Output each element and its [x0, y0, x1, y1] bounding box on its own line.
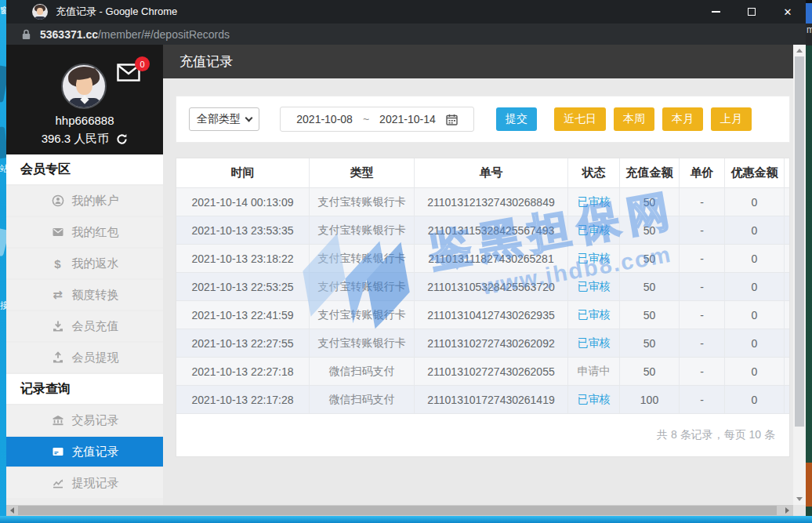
horizontal-scroll-thumb[interactable] — [18, 506, 777, 515]
cell-discount: 0 — [725, 273, 785, 300]
background-window-bottom — [0, 516, 812, 523]
filter-bar: 全部类型 2021-10-08 ~ 2021-10-14 提交 近七日 本周 本… — [176, 96, 790, 143]
date-separator: ~ — [363, 113, 369, 125]
username: hhp666888 — [6, 114, 163, 127]
cell-unit-price: - — [680, 386, 725, 413]
cell-type: 微信扫码支付 — [310, 386, 415, 413]
background-fragment: m — [806, 24, 812, 45]
sidebar-item-withdraw[interactable]: 会员提现 — [6, 343, 163, 372]
cell-order-no: 211013102727430262055 — [415, 358, 568, 385]
cell-order-no: 211013111827430265281 — [415, 245, 568, 272]
address-bar[interactable]: 5363371.cc/member/#/depositRecords — [6, 24, 806, 45]
type-select[interactable]: 全部类型 — [189, 107, 259, 131]
mail-icon[interactable]: 0 — [117, 64, 140, 82]
table-row: 2021-10-13 22:53:25支付宝转账银行卡2110131053284… — [176, 273, 789, 301]
url-path: /member/#/depositRecords — [98, 28, 230, 41]
scroll-down-arrow[interactable] — [796, 497, 803, 501]
table-header-row: 时间 类型 单号 状态 充值金额 单价 优惠金额 — [176, 158, 789, 188]
sidebar-item-quota-transfer[interactable]: ⇄ 额度转换 — [6, 280, 163, 310]
sidebar-item-deposit[interactable]: 会员充值 — [6, 311, 163, 341]
minimize-button[interactable] — [698, 0, 734, 24]
window-title: 充值记录 - Google Chrome — [56, 5, 698, 19]
cell-type: 支付宝转账银行卡 — [310, 216, 415, 244]
cell-type: 支付宝转账银行卡 — [310, 188, 415, 216]
maximize-button[interactable] — [734, 0, 770, 24]
vertical-scrollbar[interactable] — [793, 45, 806, 505]
sidebar-item-red-packet[interactable]: 我的红包 — [6, 217, 163, 247]
cell-unit-price: - — [680, 273, 725, 300]
vertical-scroll-thumb[interactable] — [795, 56, 804, 427]
table-row: 2021-10-13 22:27:18微信扫码支付211013102727430… — [176, 358, 789, 386]
sidebar-item-label: 我的红包 — [72, 225, 119, 240]
quick-range-this-week-button[interactable]: 本周 — [614, 107, 654, 131]
cell-type: 微信扫码支付 — [310, 358, 415, 385]
sidebar-item-label: 额度转换 — [72, 288, 119, 303]
cell-discount: 0 — [725, 216, 785, 244]
cell-order-no: 211013105328425563720 — [415, 273, 568, 300]
sidebar-item-rebate[interactable]: $ 我的返水 — [6, 249, 163, 278]
quick-range-last7days-button[interactable]: 近七日 — [554, 107, 606, 131]
cell-clipped — [785, 188, 789, 216]
cell-clipped — [785, 301, 789, 329]
col-header-clipped — [785, 158, 789, 188]
cell-type: 支付宝转账银行卡 — [310, 273, 415, 300]
envelope-icon — [51, 226, 65, 238]
sidebar-item-label: 会员充值 — [72, 319, 119, 334]
cell-time: 2021-10-13 22:53:25 — [176, 273, 310, 300]
cell-type: 支付宝转账银行卡 — [310, 245, 415, 272]
submit-button[interactable]: 提交 — [496, 107, 537, 131]
main-panel: 充值记录 全部类型 2021-10-08 ~ 2021-10-14 — [163, 45, 793, 516]
close-button[interactable]: ✕ — [770, 0, 806, 24]
background-fragment: 窗 — [0, 5, 6, 16]
page-body: 0 hhp666888 396.3 人民币 会员专区 我的帐户 — [6, 45, 806, 516]
cell-clipped — [785, 386, 789, 413]
avatar[interactable] — [61, 64, 107, 109]
background-fragment — [0, 228, 6, 257]
background-fragment — [0, 126, 6, 158]
sidebar-item-my-account[interactable]: 我的帐户 — [6, 186, 163, 216]
cell-time: 2021-10-13 23:53:35 — [176, 216, 310, 244]
bank-icon — [51, 414, 65, 427]
date-range-input[interactable]: 2021-10-08 ~ 2021-10-14 — [280, 107, 474, 132]
window-controls: ✕ — [698, 0, 806, 24]
sidebar-item-deposit-records[interactable]: 充值记录 — [6, 437, 163, 467]
quick-range-this-month-button[interactable]: 本月 — [662, 107, 703, 131]
scroll-up-arrow[interactable] — [796, 49, 803, 53]
sidebar-item-label: 我的返水 — [72, 256, 119, 271]
refresh-icon[interactable] — [116, 133, 128, 145]
table-row: 2021-10-13 22:27:55支付宝转账银行卡2110131027274… — [176, 329, 789, 358]
table-row: 2021-10-13 22:17:28微信扫码支付211013101727430… — [176, 386, 789, 414]
cell-time: 2021-10-13 22:17:28 — [176, 386, 310, 413]
sidebar-item-label: 我的帐户 — [72, 194, 119, 209]
col-header-amount: 充值金额 — [620, 158, 680, 188]
quick-range-last-month-button[interactable]: 上月 — [711, 107, 752, 131]
cell-clipped — [785, 273, 789, 300]
content: 全部类型 2021-10-08 ~ 2021-10-14 提交 近七日 本周 本… — [163, 78, 793, 516]
cell-time: 2021-10-14 00:13:09 — [176, 188, 310, 216]
cell-amount: 50 — [620, 188, 680, 216]
background-window-right: m — [806, 0, 812, 523]
sidebar-item-transaction-records[interactable]: 交易记录 — [6, 405, 163, 435]
cell-unit-price: - — [680, 188, 725, 216]
cell-unit-price: - — [680, 358, 725, 385]
cell-discount: 0 — [725, 358, 785, 385]
horizontal-scrollbar[interactable] — [6, 505, 793, 516]
chevron-down-icon — [245, 114, 253, 122]
profile-panel: 0 hhp666888 396.3 人民币 — [6, 45, 163, 154]
sidebar-item-withdraw-records[interactable]: 提现记录 — [6, 468, 163, 498]
page-title: 充值记录 — [179, 53, 233, 71]
cell-order-no: 211013101727430261419 — [415, 386, 568, 413]
scroll-left-arrow[interactable] — [10, 507, 14, 514]
cell-clipped — [785, 329, 789, 357]
scroll-right-arrow[interactable] — [785, 507, 789, 514]
cell-amount: 50 — [620, 216, 680, 244]
cell-amount: 50 — [620, 273, 680, 300]
type-select-value: 全部类型 — [197, 112, 241, 126]
sidebar-item-label: 会员提现 — [72, 350, 119, 365]
table-row: 2021-10-13 23:53:35支付宝转账银行卡2110131153284… — [176, 216, 789, 245]
sidebar-item-label: 充值记录 — [72, 445, 119, 459]
cell-discount: 0 — [725, 301, 785, 329]
cell-time: 2021-10-13 22:27:55 — [176, 329, 310, 357]
col-header-order-no: 单号 — [415, 158, 568, 188]
cell-type: 支付宝转账银行卡 — [310, 301, 415, 329]
